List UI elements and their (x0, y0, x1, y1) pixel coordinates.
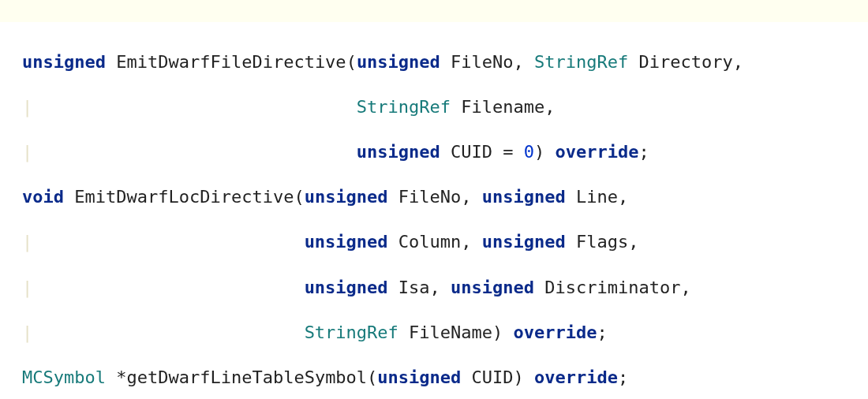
keyword-unsigned: unsigned (377, 367, 461, 387)
keyword-override: override (534, 367, 618, 387)
code-line: void EmitDwarfLocDirective(unsigned File… (22, 186, 868, 209)
param-name: Directory (639, 52, 733, 72)
indent-guide: | (22, 232, 32, 252)
code-line: | unsigned CUID = 0) override; (22, 141, 868, 164)
param-name: Filename (461, 97, 544, 117)
indent-guide: | (22, 323, 32, 342)
type-stringref: StringRef (357, 97, 451, 117)
code-line: | StringRef Filename, (22, 96, 868, 119)
param-name: Discriminator (544, 278, 680, 297)
param-name: Isa (398, 278, 430, 297)
param-name: FileNo (451, 52, 513, 72)
param-name: CUID (451, 142, 492, 162)
type-stringref: StringRef (305, 323, 398, 342)
fn-name: getDwarfLineTableSymbol (126, 367, 367, 387)
keyword-unsigned: unsigned (357, 52, 440, 72)
keyword-unsigned: unsigned (482, 232, 566, 252)
keyword-unsigned: unsigned (305, 278, 388, 297)
keyword-void: void (22, 187, 64, 207)
keyword-unsigned: unsigned (482, 187, 566, 207)
keyword-unsigned: unsigned (357, 142, 440, 162)
keyword-override: override (556, 142, 639, 162)
pointer-star: * (116, 367, 126, 387)
indent-guide: | (22, 278, 32, 297)
type-stringref: StringRef (534, 52, 628, 72)
param-name: FileNo (398, 187, 461, 207)
fn-name: EmitDwarfFileDirective (116, 52, 346, 72)
indent-guide: | (22, 97, 32, 117)
code-line: | StringRef FileName) override; (22, 322, 868, 345)
keyword-unsigned: unsigned (305, 187, 388, 207)
param-name: Column (398, 232, 461, 252)
param-name: Line (576, 187, 618, 207)
highlight-bar (0, 0, 868, 22)
param-name: FileName (409, 323, 492, 342)
code-block: unsigned EmitDwarfFileDirective(unsigned… (0, 22, 868, 399)
keyword-unsigned: unsigned (22, 52, 106, 72)
number-literal: 0 (524, 142, 534, 162)
keyword-unsigned: unsigned (451, 278, 534, 297)
code-line: | unsigned Column, unsigned Flags, (22, 231, 868, 254)
type-mcsymbol: MCSymbol (22, 367, 106, 387)
code-line: MCSymbol *getDwarfLineTableSymbol(unsign… (22, 367, 868, 390)
code-line: unsigned EmitDwarfFileDirective(unsigned… (22, 51, 868, 74)
param-name: CUID (472, 367, 514, 387)
param-name: Flags (576, 232, 628, 252)
keyword-override: override (514, 323, 597, 342)
keyword-unsigned: unsigned (305, 232, 388, 252)
indent-guide: | (22, 142, 32, 162)
fn-name: EmitDwarfLocDirective (74, 187, 294, 207)
code-line: | unsigned Isa, unsigned Discriminator, (22, 277, 868, 300)
